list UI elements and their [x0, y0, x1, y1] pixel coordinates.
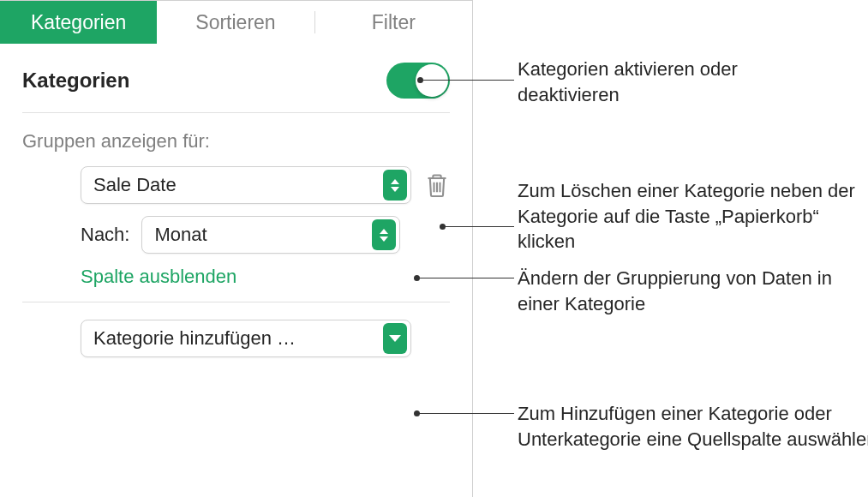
trash-icon[interactable]: [425, 172, 449, 198]
leader-line: [416, 413, 514, 414]
add-category-dropdown[interactable]: Kategorie hinzufügen …: [81, 320, 411, 357]
add-section: Kategorie hinzufügen …: [0, 302, 472, 374]
group-section: Gruppen anzeigen für: Sale Date: [0, 113, 472, 302]
group-label: Gruppen anzeigen für:: [22, 130, 450, 153]
dropdown-down-icon: [383, 323, 407, 354]
sale-date-dropdown[interactable]: Sale Date: [81, 166, 411, 204]
hide-column-link[interactable]: Spalte ausblenden: [81, 266, 450, 288]
nach-row: Nach: Monat: [22, 216, 450, 254]
annotation-grouping: Ändern der Gruppierung von Daten in eine…: [518, 266, 860, 316]
leader-line: [420, 80, 514, 81]
tab-sort[interactable]: Sortieren: [157, 1, 314, 44]
sale-date-row: Sale Date: [22, 166, 450, 204]
dropdown-arrows-icon: [372, 219, 396, 250]
annotation-add: Zum Hinzufügen einer Kategorie oder Unte…: [518, 401, 868, 452]
month-dropdown[interactable]: Monat: [141, 216, 400, 254]
nach-label: Nach:: [81, 224, 129, 246]
section-title: Kategorien: [22, 69, 129, 93]
annotations: Kategorien aktivieren oder deaktivieren …: [473, 0, 868, 497]
add-category-value: Kategorie hinzufügen …: [93, 327, 296, 350]
leader-line: [416, 278, 514, 278]
sale-date-value: Sale Date: [93, 174, 177, 196]
tab-bar: Kategorien Sortieren Filter: [0, 1, 472, 44]
tab-filter[interactable]: Filter: [315, 1, 472, 44]
section-header: Kategorien: [0, 44, 472, 112]
categories-panel: Kategorien Sortieren Filter Kategorien G…: [0, 0, 473, 497]
annotation-trash: Zum Löschen einer Kategorie neben der Ka…: [518, 178, 860, 254]
month-value: Monat: [154, 224, 207, 246]
annotation-toggle: Kategorien aktivieren oder deaktivieren: [518, 57, 843, 107]
leader-line: [442, 226, 514, 227]
dropdown-arrows-icon: [383, 170, 407, 201]
tab-categories[interactable]: Kategorien: [0, 1, 157, 44]
